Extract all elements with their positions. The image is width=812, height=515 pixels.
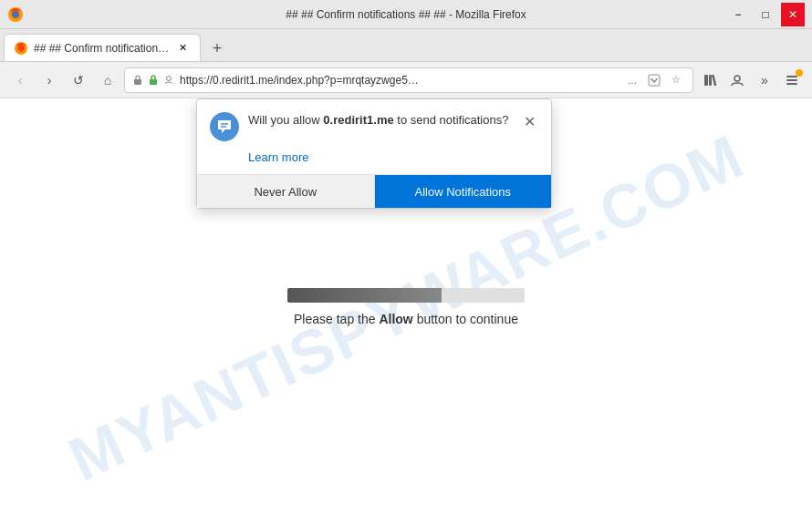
lock-icon — [149, 75, 158, 86]
svg-point-1 — [12, 11, 19, 18]
svg-rect-7 — [704, 75, 708, 86]
firefox-logo-icon — [7, 6, 24, 23]
maximize-button[interactable]: □ — [754, 3, 777, 26]
popup-actions: Never Allow Allow Notifications — [197, 174, 551, 208]
progress-text: Please tap the Allow button to continue — [294, 312, 518, 326]
browser-content: MYANTISPYWARE.COM Will you allow 0.redir… — [0, 98, 812, 515]
progress-suffix: button to continue — [413, 312, 518, 326]
popup-site-name: 0.redirit1.me — [323, 113, 393, 127]
popup-icon — [210, 112, 239, 141]
popup-message-prefix: Will you allow — [248, 113, 323, 127]
svg-point-9 — [734, 76, 740, 81]
sync-button[interactable] — [724, 67, 750, 93]
progress-prefix: Please tap the — [294, 312, 379, 326]
svg-rect-3 — [134, 79, 141, 85]
notification-popup: Will you allow 0.redirit1.me to send not… — [196, 98, 552, 209]
popup-header: Will you allow 0.redirit1.me to send not… — [197, 99, 551, 149]
close-button[interactable]: ✕ — [781, 3, 805, 26]
pocket-icon[interactable] — [645, 71, 663, 89]
svg-rect-11 — [786, 79, 797, 81]
svg-rect-6 — [649, 75, 660, 86]
window-controls: − □ ✕ — [726, 3, 805, 26]
navigation-bar: ‹ › ↺ ⌂ https://0.redirit1.me/index.php?… — [0, 62, 812, 98]
never-allow-button[interactable]: Never Allow — [197, 175, 375, 208]
notification-dot — [796, 69, 803, 77]
tab-label: ## ## Confirm notification… — [34, 42, 169, 55]
popup-learn-more: Learn more — [197, 149, 551, 174]
permissions-icon — [163, 75, 174, 86]
tab-favicon-icon — [14, 41, 28, 56]
minimize-button[interactable]: − — [726, 3, 750, 26]
home-button[interactable]: ⌂ — [95, 67, 120, 93]
menu-button[interactable] — [779, 67, 805, 93]
window-title: ## ## Confirm notifications ## ## - Mozi… — [286, 8, 526, 21]
address-bar[interactable]: https://0.redirit1.me/index.php?p=mrqtay… — [124, 67, 693, 93]
svg-point-5 — [167, 76, 172, 80]
svg-rect-4 — [150, 79, 157, 85]
new-tab-button[interactable]: + — [204, 36, 230, 61]
progress-bar-container — [287, 288, 525, 303]
svg-rect-8 — [709, 75, 712, 86]
back-button[interactable]: ‹ — [7, 67, 33, 93]
tab-close-button[interactable]: ✕ — [174, 40, 191, 57]
active-tab[interactable]: ## ## Confirm notification… ✕ — [4, 34, 201, 61]
url-text: https://0.redirit1.me/index.php?p=mrqtay… — [180, 74, 618, 87]
learn-more-link[interactable]: Learn more — [248, 150, 308, 164]
address-bar-icons: … ☆ — [623, 71, 685, 89]
progress-section: Please tap the Allow button to continue — [287, 288, 525, 326]
reload-button[interactable]: ↺ — [66, 67, 91, 93]
nav-right-icons: » — [697, 67, 805, 93]
allow-notifications-button[interactable]: Allow Notifications — [375, 175, 552, 208]
extensions-button[interactable]: » — [752, 67, 777, 93]
popup-message-suffix: to send notifications? — [394, 113, 509, 127]
allow-word: Allow — [379, 312, 412, 326]
popup-close-button[interactable]: ✕ — [520, 112, 538, 130]
forward-button[interactable]: › — [36, 67, 62, 93]
more-icon[interactable]: … — [623, 71, 641, 89]
title-bar: ## ## Confirm notifications ## ## - Mozi… — [0, 0, 812, 29]
library-button[interactable] — [697, 67, 723, 93]
browser-window: ## ## Confirm notifications ## ## - Mozi… — [0, 0, 812, 515]
popup-message: Will you allow 0.redirit1.me to send not… — [248, 112, 511, 129]
bookmark-icon[interactable]: ☆ — [667, 71, 685, 89]
tab-bar: ## ## Confirm notification… ✕ + — [0, 29, 812, 62]
progress-bar-fill — [287, 288, 442, 303]
svg-rect-12 — [786, 83, 797, 85]
security-icon — [132, 75, 143, 86]
